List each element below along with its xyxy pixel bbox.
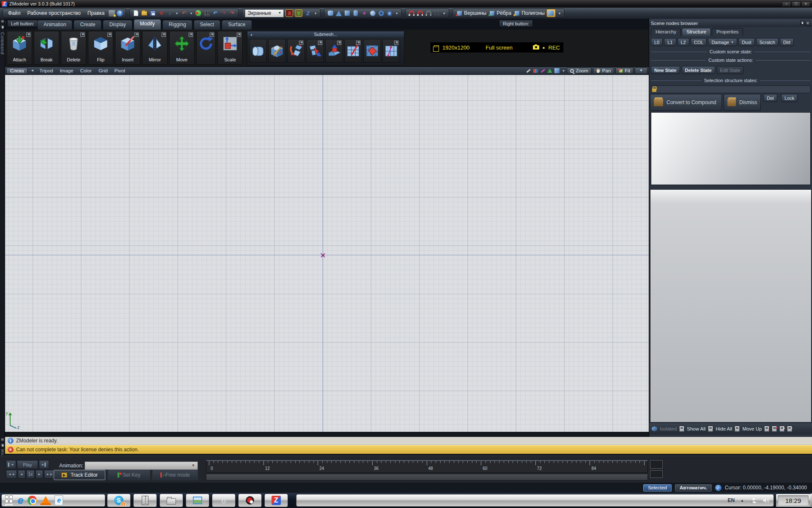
rewind-button[interactable] bbox=[6, 470, 17, 479]
structure-states-bar[interactable] bbox=[651, 86, 811, 93]
rounded-cube-primitive-button[interactable] bbox=[327, 10, 334, 17]
expand-corner-icon[interactable] bbox=[210, 33, 214, 37]
minimize-button[interactable] bbox=[782, 1, 791, 7]
vertices-toggle[interactable]: Вершины bbox=[464, 10, 486, 16]
delete-state-button[interactable]: Delete State bbox=[682, 66, 715, 74]
submesh-group-header[interactable]: Submesh... bbox=[247, 31, 404, 37]
expand-corner-icon[interactable] bbox=[237, 33, 241, 37]
animation-dropdown[interactable] bbox=[85, 461, 198, 470]
rotate-button[interactable] bbox=[196, 31, 216, 65]
expand-corner-icon[interactable] bbox=[162, 33, 166, 37]
selected-mode-button[interactable]: Selected bbox=[643, 484, 672, 491]
delete-button-ribbon[interactable]: Delete bbox=[61, 31, 86, 65]
taskbar-media-player-button[interactable] bbox=[238, 494, 262, 507]
tab-select[interactable]: Select bbox=[194, 20, 220, 30]
hide-all-button[interactable]: Hide All bbox=[716, 426, 732, 431]
close-button[interactable] bbox=[801, 1, 810, 7]
dismiss-button[interactable]: Dismiss bbox=[724, 94, 761, 111]
lock-button[interactable]: Lock bbox=[781, 94, 798, 102]
command-close-icon[interactable]: × bbox=[0, 19, 5, 24]
render-button[interactable] bbox=[195, 10, 202, 17]
axis-dropdown[interactable] bbox=[313, 9, 318, 17]
mirror-button[interactable]: Mirror bbox=[142, 31, 167, 65]
snap-dropdown[interactable] bbox=[442, 9, 446, 17]
redo-button[interactable] bbox=[220, 10, 227, 17]
save-button[interactable] bbox=[149, 10, 156, 17]
fit-button[interactable]: Fit bbox=[615, 67, 634, 74]
help-icon[interactable]: ? bbox=[117, 10, 123, 17]
viewport-menu-tripod[interactable]: Tripod bbox=[37, 68, 55, 73]
taskbar-explorer-button[interactable] bbox=[159, 494, 183, 507]
tube-primitive-button[interactable] bbox=[386, 10, 393, 17]
internet-explorer-icon[interactable]: e bbox=[18, 494, 23, 506]
submesh-brush-button[interactable] bbox=[268, 39, 286, 63]
tab-modify[interactable]: Modify bbox=[134, 19, 161, 30]
delete-button[interactable]: × bbox=[158, 10, 165, 17]
auto-mode-button[interactable]: Автоматич. bbox=[675, 484, 712, 491]
expand-corner-icon[interactable] bbox=[189, 33, 193, 37]
taskbar-clock[interactable]: 18:29 bbox=[776, 494, 811, 507]
go-start-button[interactable] bbox=[6, 460, 16, 469]
tab-animation[interactable]: Animation bbox=[37, 20, 72, 30]
flip-button[interactable]: Flip bbox=[88, 31, 113, 65]
tab-structure[interactable]: Structure bbox=[682, 28, 711, 36]
draw-pen-button[interactable] bbox=[525, 68, 531, 74]
show-all-button[interactable]: Show All bbox=[687, 426, 705, 431]
lod-l1-button[interactable]: L1 bbox=[664, 38, 676, 46]
convert-to-compound-button[interactable]: Convert to Compound bbox=[650, 94, 722, 111]
tab-rigging[interactable]: Rigging bbox=[162, 20, 192, 30]
taskbar-image-viewer-button[interactable] bbox=[186, 494, 209, 507]
viewport-menu-image[interactable]: Image bbox=[57, 68, 76, 73]
menu-file[interactable]: Файл bbox=[5, 9, 23, 17]
zoom-button[interactable]: Zoom bbox=[567, 67, 591, 74]
submesh-smooth-button[interactable] bbox=[249, 39, 267, 63]
lod-l2-button[interactable]: L2 bbox=[678, 38, 689, 46]
import-button[interactable]: ↓ bbox=[166, 10, 173, 17]
tray-expand-icon[interactable]: ▲ bbox=[741, 499, 744, 502]
open-button[interactable] bbox=[141, 10, 148, 17]
dummy-helper-button[interactable]: + bbox=[361, 10, 368, 17]
show-desktop-button[interactable] bbox=[810, 494, 812, 507]
play-button[interactable]: Play bbox=[17, 460, 38, 469]
viewport-menu-color[interactable]: Color bbox=[77, 68, 94, 73]
expand-corner-icon[interactable] bbox=[80, 33, 85, 37]
attach-button[interactable]: Attach bbox=[7, 31, 32, 65]
collapse-group-icon[interactable] bbox=[250, 33, 253, 36]
dirt-button[interactable]: Dirt bbox=[780, 38, 794, 46]
new-state-button[interactable]: New State bbox=[651, 66, 680, 74]
maximize-button[interactable] bbox=[792, 1, 801, 7]
submesh-slice-button[interactable] bbox=[344, 39, 362, 63]
wire-mode-button[interactable] bbox=[532, 68, 538, 74]
scratch-button[interactable]: Scratch bbox=[756, 38, 779, 46]
export-button[interactable]: ↶ bbox=[181, 10, 187, 17]
taskbar-skype-button[interactable]: S1 bbox=[107, 494, 131, 507]
new-file-button[interactable] bbox=[132, 10, 139, 17]
polygons-toggle[interactable]: Полигоны bbox=[521, 10, 545, 16]
track-editor-button[interactable]: ▶ Track Editor bbox=[54, 470, 105, 480]
textured-mode-button[interactable] bbox=[554, 68, 560, 74]
move-down-icon[interactable] bbox=[764, 426, 769, 432]
user-tray-icon[interactable] bbox=[750, 497, 757, 504]
viewport-grid[interactable]: y z bbox=[5, 75, 649, 432]
taskbar-archiver-button[interactable] bbox=[133, 494, 157, 507]
collapse-left-icon[interactable] bbox=[29, 69, 35, 72]
ie-document-icon[interactable]: e bbox=[55, 495, 63, 505]
viewport-menu-grid[interactable]: Grid bbox=[96, 68, 110, 73]
cube-primitive-button[interactable] bbox=[344, 10, 351, 17]
expand-corner-icon[interactable] bbox=[26, 33, 30, 37]
pan-button[interactable]: Pan bbox=[593, 67, 614, 74]
tab-display[interactable]: Display bbox=[103, 20, 132, 30]
move-up-button[interactable]: Move Up bbox=[742, 426, 762, 431]
timeline-track[interactable] bbox=[206, 474, 648, 480]
damage-button[interactable]: Damage bbox=[708, 38, 737, 46]
submesh-triangulate-button[interactable] bbox=[363, 39, 381, 63]
submesh-weld-button[interactable] bbox=[306, 39, 324, 63]
edges-toggle[interactable]: Рёбра bbox=[497, 10, 511, 16]
panel-close-icon[interactable]: × bbox=[805, 21, 810, 26]
expand-corner-icon[interactable] bbox=[107, 33, 112, 37]
submesh-detach-button[interactable] bbox=[287, 39, 305, 63]
command-pin-icon[interactable] bbox=[0, 25, 5, 29]
remove-node-icon[interactable] bbox=[787, 426, 792, 432]
language-indicator[interactable]: EN bbox=[727, 497, 735, 503]
taskbar-zmodeler-button[interactable]: Z bbox=[264, 494, 288, 507]
